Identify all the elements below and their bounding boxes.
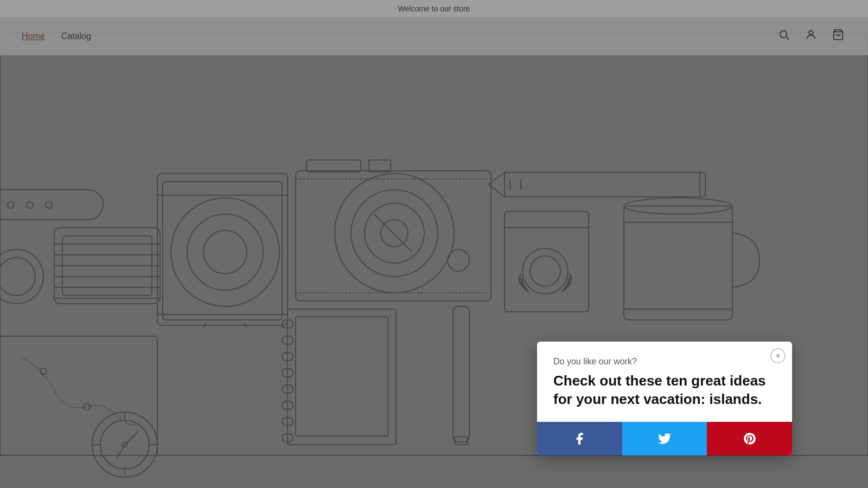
svg-rect-14: [163, 182, 282, 320]
facebook-icon: [572, 432, 586, 446]
svg-rect-13: [157, 174, 288, 325]
svg-point-3: [27, 202, 33, 208]
login-button[interactable]: [803, 27, 819, 46]
svg-rect-49: [288, 309, 396, 445]
nav-link-home[interactable]: Home: [22, 31, 45, 41]
twitter-icon: [658, 432, 672, 446]
svg-point-39: [522, 248, 568, 294]
content-area: Welcome to our store Home Catalog: [0, 0, 868, 55]
svg-point-47: [84, 403, 90, 410]
main-nav: Home Catalog: [0, 17, 868, 55]
nav-link-catalog[interactable]: Catalog: [61, 31, 91, 41]
svg-point-74: [809, 31, 813, 35]
svg-point-30: [448, 249, 469, 271]
svg-line-73: [787, 37, 789, 40]
share-popup: × Do you like our work? Check out these …: [537, 342, 792, 455]
share-facebook-button[interactable]: [537, 422, 622, 455]
svg-rect-50: [296, 317, 388, 436]
user-icon: [805, 29, 817, 41]
cart-icon: [832, 29, 844, 41]
svg-rect-46: [0, 336, 157, 455]
svg-rect-60: [455, 436, 468, 445]
popup-body: Do you like our work? Check out these te…: [537, 342, 792, 422]
share-pinterest-button[interactable]: [707, 422, 792, 455]
svg-rect-59: [453, 306, 469, 442]
nav-links: Home Catalog: [22, 31, 91, 41]
share-twitter-button[interactable]: [622, 422, 707, 455]
svg-rect-33: [505, 172, 705, 197]
svg-point-2: [8, 202, 14, 208]
svg-rect-23: [307, 160, 361, 172]
announcement-bar: Welcome to our store: [0, 0, 868, 17]
svg-point-25: [335, 174, 454, 293]
svg-point-27: [365, 203, 424, 263]
pinterest-icon: [743, 432, 757, 446]
svg-point-16: [187, 214, 263, 290]
nav-icons: [776, 27, 846, 46]
svg-point-72: [780, 31, 787, 38]
cart-button[interactable]: [830, 27, 846, 46]
svg-rect-38: [505, 211, 589, 312]
popup-subtitle: Do you like our work?: [553, 357, 776, 367]
svg-point-40: [530, 256, 560, 286]
svg-point-17: [203, 230, 247, 274]
popup-actions: [537, 422, 792, 455]
search-icon: [778, 29, 790, 41]
svg-rect-42: [624, 206, 732, 320]
svg-point-28: [381, 220, 408, 247]
popup-title: Check out these ten great ideas for your…: [553, 372, 776, 409]
svg-point-70: [0, 249, 43, 304]
announcement-text: Welcome to our store: [398, 4, 470, 13]
svg-point-71: [0, 258, 35, 296]
search-button[interactable]: [776, 27, 792, 46]
svg-line-69: [117, 445, 125, 458]
svg-rect-24: [369, 160, 391, 172]
svg-point-4: [46, 202, 52, 208]
svg-line-68: [125, 431, 138, 445]
